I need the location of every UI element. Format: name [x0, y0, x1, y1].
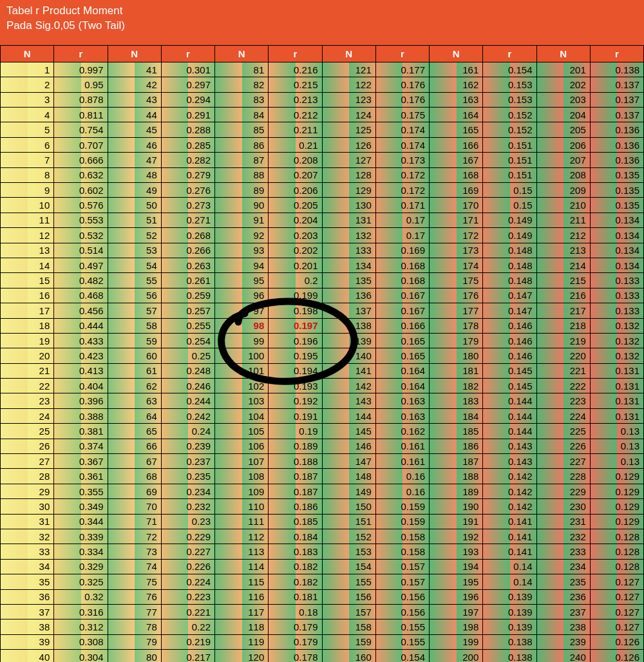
cell-N: 28	[1, 469, 54, 484]
cell-r: 0.187	[269, 484, 322, 498]
cell-N: 217	[536, 303, 590, 318]
cell-r: 0.137	[590, 108, 643, 122]
cell-r: 0.205	[269, 198, 322, 213]
cell-r: 0.148	[483, 273, 536, 288]
table-row: 370.316770.2211170.181570.1561970.139237…	[1, 604, 644, 619]
cell-r: 0.13	[590, 439, 643, 453]
cell-N: 114	[215, 559, 269, 574]
cell-r: 0.129	[590, 469, 643, 484]
cell-N: 27	[1, 454, 54, 469]
cell-r: 0.374	[54, 439, 108, 453]
cell-N: 158	[322, 619, 375, 634]
cell-N: 116	[215, 589, 269, 604]
cell-N: 167	[430, 153, 483, 167]
cell-r: 0.997	[54, 62, 108, 77]
cell-N: 193	[430, 544, 483, 559]
cell-r: 0.433	[54, 333, 108, 348]
cell-N: 4	[1, 108, 54, 122]
table-row: 300.349700.2321100.1861500.1591900.14223…	[1, 499, 644, 514]
cell-r: 0.155	[375, 619, 429, 634]
cell-N: 41	[108, 62, 161, 77]
cell-N: 202	[536, 77, 590, 92]
cell-r: 0.13	[590, 424, 643, 439]
cell-r: 0.707	[54, 137, 108, 152]
cell-r: 0.21	[269, 137, 322, 152]
cell-N: 144	[322, 408, 375, 423]
cell-r: 0.175	[375, 108, 429, 122]
cell-r: 0.129	[590, 514, 643, 529]
cell-r: 0.161	[375, 454, 429, 469]
cell-N: 213	[536, 243, 590, 258]
cell-N: 78	[108, 619, 161, 634]
cell-r: 0.282	[161, 153, 214, 167]
cell-N: 6	[1, 137, 54, 152]
cell-N: 86	[215, 137, 269, 152]
cell-r: 0.159	[375, 514, 429, 529]
table-row: 110.553510.271910.2041310.171710.1492110…	[1, 213, 644, 227]
cell-r: 0.164	[375, 379, 429, 393]
cell-r: 0.221	[161, 604, 214, 619]
cell-r: 0.169	[375, 243, 429, 258]
cell-N: 113	[215, 544, 269, 559]
cell-r: 0.147	[483, 303, 536, 318]
cell-r: 0.149	[483, 228, 536, 243]
cell-r: 0.147	[483, 288, 536, 303]
cell-r: 0.468	[54, 288, 108, 303]
cell-N: 103	[215, 393, 269, 408]
cell-r: 0.182	[269, 559, 322, 574]
cell-N: 40	[1, 650, 54, 662]
cell-N: 132	[322, 228, 375, 243]
cell-r: 0.273	[161, 198, 214, 213]
cell-N: 117	[215, 604, 269, 619]
cell-r: 0.128	[590, 529, 643, 544]
cell-N: 228	[536, 469, 590, 484]
table-row: 50.754450.288850.2111250.1741650.1522050…	[1, 122, 644, 137]
cell-N: 48	[108, 167, 161, 182]
cell-r: 0.261	[161, 273, 214, 288]
cell-N: 176	[430, 288, 483, 303]
cell-N: 36	[1, 589, 54, 604]
cell-N: 173	[430, 243, 483, 258]
cell-N: 142	[322, 379, 375, 393]
cell-r: 0.294	[161, 92, 214, 107]
cell-r: 0.361	[54, 469, 108, 484]
cell-N: 197	[430, 604, 483, 619]
cell-r: 0.178	[269, 650, 322, 662]
cell-r: 0.132	[590, 318, 643, 333]
cell-r: 0.248	[161, 363, 214, 378]
cell-r: 0.16	[375, 469, 429, 484]
cell-N: 90	[215, 198, 269, 213]
cell-N: 170	[430, 198, 483, 213]
cell-N: 21	[1, 363, 54, 378]
cell-r: 0.246	[161, 379, 214, 393]
cell-r: 0.157	[375, 559, 429, 574]
cell-r: 0.133	[590, 273, 643, 288]
table-title: Tabel r Product Moment	[6, 4, 638, 19]
cell-N: 168	[430, 167, 483, 182]
cell-N: 127	[322, 153, 375, 167]
cell-r: 0.217	[161, 650, 214, 662]
table-row: 240.388640.2421040.1911440.1631840.14422…	[1, 408, 644, 423]
cell-N: 146	[322, 439, 375, 453]
cell-r: 0.576	[54, 198, 108, 213]
cell-r: 0.131	[590, 363, 643, 378]
cell-N: 38	[1, 619, 54, 634]
cell-N: 125	[322, 122, 375, 137]
cell-N: 74	[108, 559, 161, 574]
table-head: NrNrNrNrNrNr	[1, 45, 644, 62]
cell-r: 0.207	[269, 167, 322, 182]
cell-N: 225	[536, 424, 590, 439]
table-row: 60.707460.285860.211260.1741660.1512060.…	[1, 137, 644, 152]
cell-r: 0.163	[375, 393, 429, 408]
cell-r: 0.129	[590, 484, 643, 498]
cell-N: 148	[322, 469, 375, 484]
table-row: 380.312780.221180.1791580.1551980.139238…	[1, 619, 644, 634]
cell-r: 0.155	[375, 634, 429, 649]
cell-N: 169	[430, 183, 483, 198]
table-row: 40.811440.291840.2121240.1751640.1522040…	[1, 108, 644, 122]
table-row: 260.374660.2391060.1891460.1611860.14322…	[1, 439, 644, 453]
cell-r: 0.138	[483, 634, 536, 649]
cell-r: 0.514	[54, 243, 108, 258]
col-header-N: N	[215, 45, 269, 62]
table-row: 250.381650.241050.191450.1621850.1442250…	[1, 424, 644, 439]
